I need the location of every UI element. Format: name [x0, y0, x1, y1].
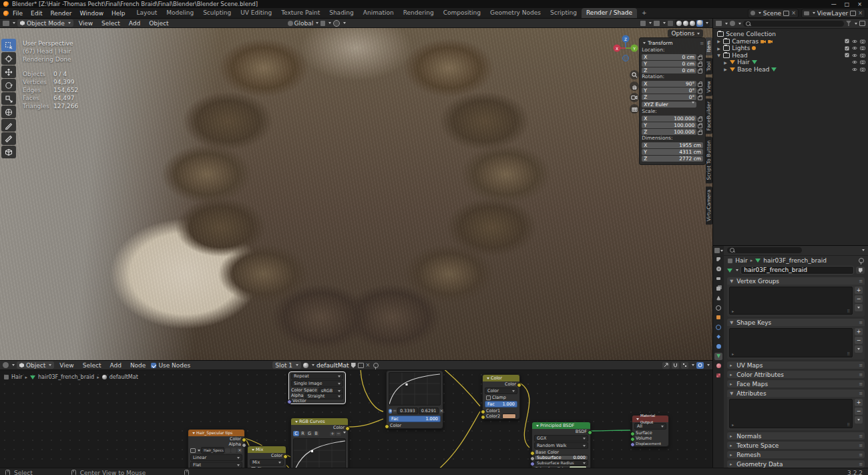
clamp-checkbox[interactable]: [251, 467, 256, 468]
show-overlays-icon[interactable]: [654, 21, 660, 26]
fake-user-icon[interactable]: [351, 363, 356, 368]
viewport-menu-add[interactable]: Add: [126, 20, 144, 27]
dimension-field[interactable]: Y4311 cm: [642, 149, 703, 155]
expand-icon[interactable]: ▶: [717, 39, 721, 43]
properties-options-icon[interactable]: [862, 249, 865, 251]
show-gizmo-icon[interactable]: [640, 21, 646, 26]
shape-key-specials-button[interactable]: [855, 345, 863, 353]
channel-c-button[interactable]: C: [293, 431, 299, 436]
workspace-tab[interactable]: Rendering: [399, 8, 439, 18]
scene-selector[interactable]: Scene ×: [748, 9, 799, 18]
subsurface-radius-dropdown[interactable]: Subsurface Radius: [534, 460, 588, 466]
ortho-toggle-icon[interactable]: [630, 104, 639, 114]
snap-node-icon[interactable]: [662, 362, 670, 369]
viewport-menu-view[interactable]: View: [75, 20, 96, 27]
delete-point-icon[interactable]: ×: [439, 409, 443, 414]
tab-object-data[interactable]: [714, 353, 722, 360]
magnet-icon[interactable]: [672, 362, 679, 369]
filter-funnel-icon[interactable]: [846, 21, 851, 26]
dimension-field[interactable]: Z2772 cm: [642, 156, 703, 162]
hide-eye-icon[interactable]: [852, 46, 857, 50]
node-mix[interactable]: Mix Color Mix Clamp: [247, 446, 286, 468]
rotation-field[interactable]: Z0°: [642, 94, 696, 100]
rotation-field[interactable]: Y0°: [642, 88, 696, 94]
shape-keys-list[interactable]: ▸⠿: [729, 328, 853, 357]
workspace-tab[interactable]: UV Editing: [236, 8, 276, 18]
lock-icon[interactable]: [698, 96, 702, 100]
vertex-groups-list[interactable]: ▸⠿: [729, 287, 853, 315]
viewlayer-remove-icon[interactable]: ×: [858, 10, 863, 16]
material-slot-dropdown[interactable]: Slot 1: [272, 361, 301, 369]
menu-window[interactable]: Window: [76, 10, 108, 17]
panel-collapse-icon[interactable]: [643, 42, 646, 44]
expand-icon[interactable]: ▶: [717, 46, 721, 51]
use-nodes-checkbox[interactable]: Use Nodes: [151, 362, 190, 369]
outliner-row-base-head[interactable]: ▶ Base Head: [713, 66, 868, 73]
outliner-row-cameras[interactable]: ▶ Cameras: [713, 38, 868, 45]
workspace-tab[interactable]: Texture Paint: [276, 8, 324, 18]
shading-rendered-icon[interactable]: [696, 20, 703, 27]
fac-slider[interactable]: Fac1.000: [485, 401, 517, 408]
breadcrumb-data[interactable]: hair03F_french_braid: [763, 257, 827, 264]
tab-tool[interactable]: [714, 256, 722, 263]
blend-mode-dropdown[interactable]: Color: [485, 387, 517, 394]
shader-editor-type-icon[interactable]: [3, 362, 9, 368]
location-field[interactable]: Y0 cm: [642, 61, 696, 67]
curve-zoom-out-icon[interactable]: −: [393, 409, 396, 414]
tab-physics[interactable]: [714, 343, 722, 350]
proportional-edit-icon[interactable]: [333, 20, 340, 27]
curve-zoom-in-icon[interactable]: +: [389, 409, 392, 414]
workspace-tab[interactable]: Compositing: [439, 8, 485, 18]
shader-menu-select[interactable]: Select: [79, 362, 105, 369]
add-shape-key-button[interactable]: +: [855, 328, 863, 335]
outliner-row-hair[interactable]: ▶ Hair: [713, 59, 868, 66]
expand-icon[interactable]: ▶: [724, 67, 728, 71]
workspace-tab[interactable]: Animation: [359, 8, 399, 18]
unlink-material-icon[interactable]: ×: [366, 362, 371, 368]
node-material-output[interactable]: Material Output All Surface Volume Displ…: [632, 415, 669, 447]
color2-socket[interactable]: [481, 415, 485, 420]
new-material-icon[interactable]: [358, 363, 364, 368]
editor-type-icon[interactable]: [3, 21, 9, 26]
image-open-icon[interactable]: [231, 448, 236, 453]
rotation-mode-dropdown[interactable]: XYZ Euler: [642, 102, 696, 108]
viewport-options-dropdown[interactable]: Options: [668, 29, 703, 37]
menu-edit[interactable]: Edit: [27, 10, 46, 17]
sidebar-tab[interactable]: FaceBuilder: [706, 98, 712, 134]
menu-help[interactable]: Help: [107, 10, 130, 17]
outliner-row-head[interactable]: ▼ Head: [713, 52, 868, 59]
bsdf-output-socket[interactable]: [588, 430, 592, 435]
remove-shape-key-button[interactable]: −: [855, 337, 863, 344]
expand-icon[interactable]: ▶: [724, 60, 728, 65]
lock-icon[interactable]: [698, 124, 702, 128]
shader-menu-node[interactable]: Node: [127, 362, 150, 369]
sidebar-tab[interactable]: Tool: [706, 58, 712, 75]
close-button[interactable]: ×: [857, 1, 862, 7]
fake-user-button[interactable]: [856, 267, 865, 274]
workspace-tab[interactable]: Sculpting: [198, 8, 236, 18]
interpolation-dropdown[interactable]: Linear: [190, 454, 242, 461]
shader-menu-view[interactable]: View: [56, 362, 77, 369]
location-field[interactable]: X0 cm: [642, 54, 696, 60]
tool-annotate[interactable]: [1, 119, 16, 132]
node-header[interactable]: Color: [483, 375, 519, 381]
tool-transform[interactable]: [1, 106, 16, 118]
image-icon[interactable]: [190, 448, 196, 453]
tab-modifiers[interactable]: [714, 323, 722, 331]
viewport-menu-object[interactable]: Object: [146, 20, 172, 27]
workspace-tab[interactable]: Render / Shade: [582, 8, 637, 18]
remove-attribute-button[interactable]: −: [855, 408, 863, 415]
data-name-field[interactable]: hair03F_french_braid: [740, 266, 854, 275]
channel-b-button[interactable]: B: [313, 431, 319, 436]
distribution-dropdown[interactable]: GGX: [534, 435, 588, 442]
node-header[interactable]: RGB Curves: [291, 418, 348, 425]
render-visibility-icon[interactable]: [860, 39, 865, 43]
checkbox-icon[interactable]: [845, 46, 849, 51]
curve-zoom-in-icon[interactable]: +: [330, 432, 335, 436]
lock-icon[interactable]: [698, 90, 702, 94]
workspace-tab[interactable]: Scripting: [546, 8, 582, 18]
outliner-editor-type-icon[interactable]: [716, 21, 722, 26]
viewport-menu-select[interactable]: Select: [98, 20, 124, 27]
vertex-group-specials-button[interactable]: [855, 304, 863, 311]
remove-vertex-group-button[interactable]: −: [855, 295, 863, 303]
